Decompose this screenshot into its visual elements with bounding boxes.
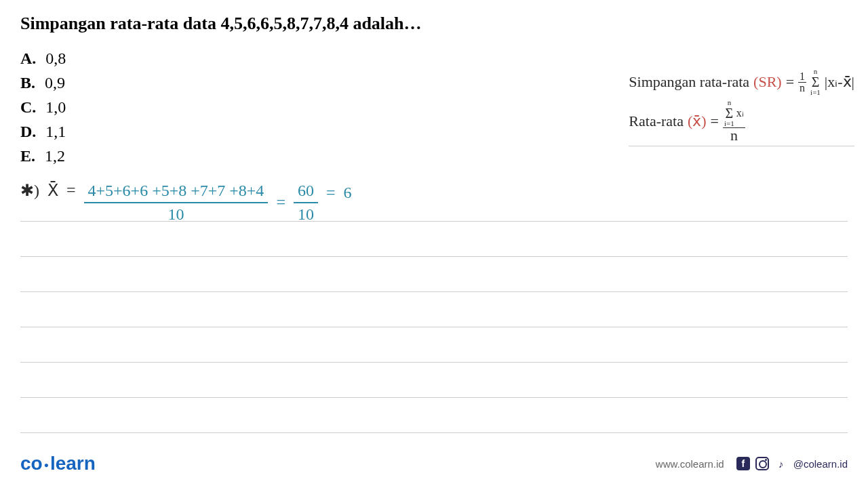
sr-symbol: (SR) [753,73,782,91]
ruled-line [20,327,848,363]
question-text: Simpangan rata-rata data 4,5,6,6,5,8,7,7… [20,14,848,34]
xbar-symbol: X̄ [47,181,58,200]
xi: xᵢ [736,108,744,119]
option-a: A. 0,8 [20,46,848,70]
instagram-icon [755,457,769,470]
ruled-line [20,363,848,398]
equals-sign: = [786,73,794,91]
sum-fraction: 4+5+6+6 +5+8 +7+7 +8+4 10 [84,181,269,224]
social-icons: f ♪ @colearn.id [736,457,848,470]
marker: ✱) [20,181,39,200]
sigma-symbol: Σ [812,75,820,89]
option-value: 1,2 [45,144,65,168]
equals-sign: = [66,181,76,199]
ruled-line [20,398,848,433]
option-letter: A. [20,46,36,70]
option-letter: B. [20,70,35,95]
result-den: 10 [298,203,314,224]
final-result: 6 [343,184,351,202]
option-value: 1,1 [45,119,66,144]
mean-symbol: (x̄) [688,113,707,130]
facebook-icon: f [736,457,750,470]
frac-num: n Σ i=1 xᵢ [723,99,745,128]
footer-right: www.colearn.id f ♪ @colearn.id [656,457,848,470]
sigma-bottom: i=1 [810,89,821,96]
sr-label: Simpangan rata-rata [629,73,749,91]
logo-left: co [20,453,43,474]
ruled-line [20,257,848,292]
option-value: 0,8 [45,46,66,70]
sigma-icon: n Σ i=1 [724,99,734,127]
ruled-line: ✱) X̄ = 4+5+6+6 +5+8 +7+7 +8+4 10 = 60 1… [20,186,848,222]
mean-label: Rata-rata [629,113,684,130]
fraction-1-n: 1 n [798,71,806,94]
abs-expression: |xᵢ-x̄| [825,73,854,91]
logo-right: learn [50,453,96,474]
formula-mean: Rata-rata (x̄) = n Σ i=1 xᵢ n [629,99,854,146]
equals-sign: = [326,184,336,202]
option-letter: E. [20,144,35,168]
result-fraction: 60 10 [294,181,318,224]
sum-numerator: 4+5+6+6 +5+8 +7+7 +8+4 [84,181,269,203]
social-handle: @colearn.id [793,458,848,470]
sum-denominator: 10 [167,203,184,224]
option-letter: C. [20,95,36,119]
result-num: 60 [294,181,318,203]
formula-sr: Simpangan rata-rata (SR) = 1 n n Σ i=1 |… [629,68,854,96]
footer-url: www.colearn.id [656,458,724,470]
brand-logo: co●learn [20,453,96,474]
sigma-icon: n Σ i=1 [810,68,821,96]
footer: co●learn www.colearn.id f ♪ @colearn.id [0,453,868,474]
frac-num: 1 [798,71,806,83]
option-value: 0,9 [45,70,65,95]
equals-sign: = [276,193,285,211]
ruled-line [20,222,848,257]
formula-box: Simpangan rata-rata (SR) = 1 n n Σ i=1 |… [629,68,854,149]
calculation-row: ✱) X̄ = 4+5+6+6 +5+8 +7+7 +8+4 10 = 60 1… [20,181,351,224]
frac-den: n [729,128,739,143]
equals-sign: = [711,113,719,130]
option-value: 1,0 [45,95,66,119]
frac-den: n [798,83,806,94]
fraction-sigma-n: n Σ i=1 xᵢ n [723,99,745,143]
logo-dot-icon: ● [44,460,49,470]
ruled-line [20,292,848,327]
tiktok-icon: ♪ [774,457,788,470]
lined-work-area: ✱) X̄ = 4+5+6+6 +5+8 +7+7 +8+4 10 = 60 1… [20,186,848,433]
option-letter: D. [20,119,36,144]
sigma-symbol: Σ [726,106,734,120]
